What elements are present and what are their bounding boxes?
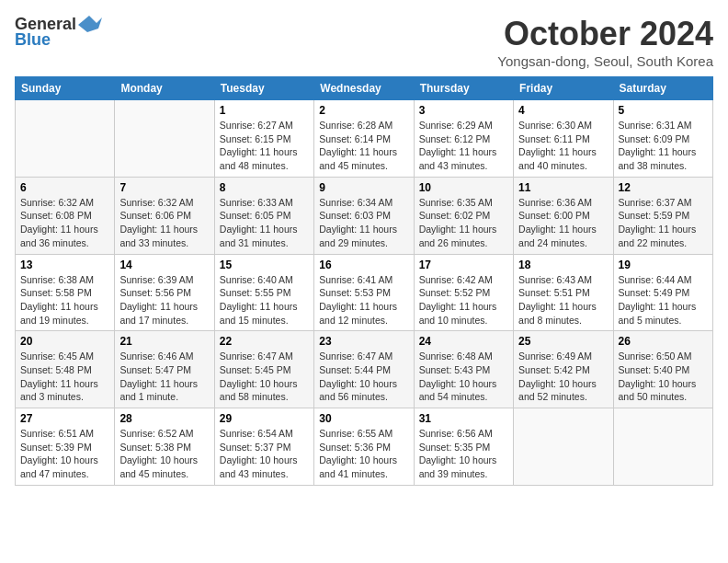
daylight-info: Daylight: 11 hours and 19 minutes. [20,300,109,327]
day-info: Sunrise: 6:49 AMSunset: 5:42 PMDaylight:… [518,350,608,404]
daylight-info: Daylight: 11 hours and 33 minutes. [119,223,209,249]
daylight-info: Daylight: 11 hours and 40 minutes. [518,145,608,172]
day-info: Sunrise: 6:55 AMSunset: 5:36 PMDaylight:… [319,427,408,481]
calendar-day-17: 17Sunrise: 6:42 AMSunset: 5:52 PMDayligh… [414,254,513,331]
sunrise-info: Sunrise: 6:44 AM [619,273,708,287]
day-number: 2 [319,104,408,117]
day-number: 24 [419,335,508,348]
day-number: 15 [220,259,309,271]
sunset-info: Sunset: 5:38 PM [119,441,209,454]
sunrise-info: Sunrise: 6:32 AM [20,196,109,210]
daylight-info: Daylight: 11 hours and 45 minutes. [319,145,408,172]
sunrise-info: Sunrise: 6:34 AM [319,196,408,210]
day-number: 20 [20,335,109,348]
sunrise-info: Sunrise: 6:33 AM [220,196,309,210]
day-info: Sunrise: 6:42 AMSunset: 5:52 PMDaylight:… [419,273,508,327]
day-number: 19 [619,259,708,271]
day-info: Sunrise: 6:44 AMSunset: 5:49 PMDaylight:… [619,273,708,327]
sunset-info: Sunset: 6:15 PM [220,132,309,146]
calendar-week-3: 13Sunrise: 6:38 AMSunset: 5:58 PMDayligh… [16,254,713,331]
sunset-info: Sunset: 5:45 PM [220,363,309,377]
sunset-info: Sunset: 6:00 PM [518,209,608,223]
day-number: 17 [419,259,508,271]
daylight-info: Daylight: 11 hours and 5 minutes. [619,300,708,327]
daylight-info: Daylight: 10 hours and 50 minutes. [619,377,708,404]
sunset-info: Sunset: 6:02 PM [419,209,508,223]
day-number: 10 [419,181,508,194]
calendar-week-5: 27Sunrise: 6:51 AMSunset: 5:39 PMDayligh… [16,408,713,486]
sunrise-info: Sunrise: 6:55 AM [319,427,408,441]
day-number: 16 [319,259,408,271]
sunrise-info: Sunrise: 6:39 AM [119,273,209,287]
weekday-header-wednesday: Wednesday [314,77,414,100]
day-info: Sunrise: 6:29 AMSunset: 6:12 PMDaylight:… [419,119,508,173]
day-info: Sunrise: 6:35 AMSunset: 6:02 PMDaylight:… [419,196,508,250]
calendar-day-18: 18Sunrise: 6:43 AMSunset: 5:51 PMDayligh… [514,254,613,331]
day-number: 11 [518,181,608,194]
calendar-day-12: 12Sunrise: 6:37 AMSunset: 5:59 PMDayligh… [613,177,712,254]
sunrise-info: Sunrise: 6:43 AM [518,273,608,287]
daylight-info: Daylight: 11 hours and 10 minutes. [419,300,508,327]
day-number: 31 [419,412,508,425]
sunrise-info: Sunrise: 6:47 AM [319,350,408,363]
daylight-info: Daylight: 10 hours and 52 minutes. [518,377,608,404]
sunrise-info: Sunrise: 6:27 AM [220,119,309,132]
weekday-header-thursday: Thursday [414,77,513,100]
day-info: Sunrise: 6:32 AMSunset: 6:06 PMDaylight:… [119,196,209,250]
sunrise-info: Sunrise: 6:49 AM [518,350,608,363]
svg-marker-0 [78,16,102,32]
calendar-day-20: 20Sunrise: 6:45 AMSunset: 5:48 PMDayligh… [16,331,115,408]
day-number: 8 [220,181,309,194]
day-number: 25 [518,335,608,348]
calendar-day-27: 27Sunrise: 6:51 AMSunset: 5:39 PMDayligh… [16,408,115,486]
calendar-day-24: 24Sunrise: 6:48 AMSunset: 5:43 PMDayligh… [414,331,513,408]
sunrise-info: Sunrise: 6:56 AM [419,427,508,441]
sunset-info: Sunset: 5:44 PM [319,363,408,377]
sunset-info: Sunset: 6:09 PM [619,132,708,146]
sunset-info: Sunset: 6:05 PM [220,209,309,223]
calendar-day-16: 16Sunrise: 6:41 AMSunset: 5:53 PMDayligh… [314,254,414,331]
sunset-info: Sunset: 5:48 PM [20,363,109,377]
calendar-day-30: 30Sunrise: 6:55 AMSunset: 5:36 PMDayligh… [314,408,414,486]
calendar-day-8: 8Sunrise: 6:33 AMSunset: 6:05 PMDaylight… [214,177,313,254]
sunset-info: Sunset: 6:14 PM [319,132,408,146]
sunset-info: Sunset: 5:39 PM [20,441,109,454]
weekday-header-tuesday: Tuesday [214,77,313,100]
sunrise-info: Sunrise: 6:48 AM [419,350,508,363]
day-info: Sunrise: 6:45 AMSunset: 5:48 PMDaylight:… [20,350,109,404]
calendar-day-10: 10Sunrise: 6:35 AMSunset: 6:02 PMDayligh… [414,177,513,254]
calendar-empty-cell [613,408,712,486]
calendar-day-19: 19Sunrise: 6:44 AMSunset: 5:49 PMDayligh… [613,254,712,331]
sunrise-info: Sunrise: 6:46 AM [119,350,209,363]
weekday-header-sunday: Sunday [16,77,115,100]
day-number: 22 [220,335,309,348]
daylight-info: Daylight: 11 hours and 29 minutes. [319,223,408,249]
day-info: Sunrise: 6:46 AMSunset: 5:47 PMDaylight:… [119,350,209,404]
sunset-info: Sunset: 6:11 PM [518,132,608,146]
calendar-day-11: 11Sunrise: 6:36 AMSunset: 6:00 PMDayligh… [514,177,613,254]
calendar-week-4: 20Sunrise: 6:45 AMSunset: 5:48 PMDayligh… [16,331,713,408]
sunrise-info: Sunrise: 6:31 AM [619,119,708,132]
day-number: 27 [20,412,109,425]
sunrise-info: Sunrise: 6:35 AM [419,196,508,210]
calendar-day-23: 23Sunrise: 6:47 AMSunset: 5:44 PMDayligh… [314,331,414,408]
daylight-info: Daylight: 11 hours and 38 minutes. [619,145,708,172]
weekday-header-friday: Friday [514,77,613,100]
calendar-day-22: 22Sunrise: 6:47 AMSunset: 5:45 PMDayligh… [214,331,313,408]
calendar-day-5: 5Sunrise: 6:31 AMSunset: 6:09 PMDaylight… [613,100,712,178]
calendar-empty-cell [16,100,115,178]
daylight-info: Daylight: 10 hours and 56 minutes. [319,377,408,404]
day-number: 7 [119,181,209,194]
day-info: Sunrise: 6:28 AMSunset: 6:14 PMDaylight:… [319,119,408,173]
sunset-info: Sunset: 5:52 PM [419,286,508,300]
day-info: Sunrise: 6:30 AMSunset: 6:11 PMDaylight:… [518,119,608,173]
month-title: October 2024 [497,15,713,53]
day-info: Sunrise: 6:37 AMSunset: 5:59 PMDaylight:… [619,196,708,250]
day-number: 4 [518,104,608,117]
day-info: Sunrise: 6:32 AMSunset: 6:08 PMDaylight:… [20,196,109,250]
sunset-info: Sunset: 6:03 PM [319,209,408,223]
sunset-info: Sunset: 5:56 PM [119,286,209,300]
sunrise-info: Sunrise: 6:29 AM [419,119,508,132]
day-info: Sunrise: 6:48 AMSunset: 5:43 PMDaylight:… [419,350,508,404]
day-info: Sunrise: 6:33 AMSunset: 6:05 PMDaylight:… [220,196,309,250]
